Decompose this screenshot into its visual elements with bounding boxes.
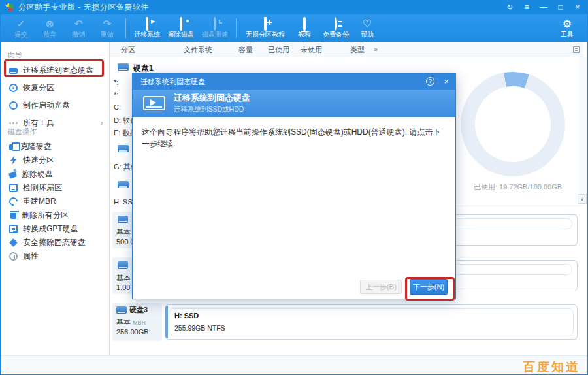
column-grid-icon[interactable] (573, 46, 580, 53)
disk3-partition-segment[interactable] (169, 308, 574, 336)
dialog-titlebar[interactable]: 迁移系统到固态硬盘 ? × (133, 74, 455, 90)
sidebar: 向导 迁移系统到固态硬盘 恢复分区 制作启动光盘 所有工具 › 磁盘操作 克隆硬… (0, 42, 110, 355)
col-used[interactable]: 已使用 (268, 45, 289, 55)
back-button[interactable]: 上一步(B) (360, 280, 402, 294)
disk1-icon (118, 63, 129, 71)
trash-icon (10, 213, 16, 219)
convert-icon (9, 225, 18, 233)
migrate-os-dialog: 迁移系统到固态硬盘 ? × 迁移系统到固态硬盘 迁移系统到SSD或HDD 这个向… (132, 73, 456, 299)
help-button[interactable]: ♡ 帮助 (353, 16, 382, 41)
undo-button[interactable]: ↶ 撤销 (64, 16, 93, 41)
toolbar: ✓ 提交 ⊗ 放弃 ↶ 撤销 ↷ 重做 迁移系统 擦除磁盘 磁盘测速 (0, 14, 588, 42)
refresh-icon[interactable]: ↻ (504, 3, 515, 12)
chevron-right-icon: › (101, 118, 103, 127)
usage-text: 已使用: 19.72GB/100.00GB (457, 182, 578, 192)
more-columns-icon[interactable]: » (374, 45, 378, 53)
more-dots-icon (9, 119, 18, 127)
minimize-button[interactable]: — (538, 3, 549, 12)
disk-icon (9, 68, 18, 74)
dialog-header-subtitle: 迁移系统到SSD或HDD (174, 105, 250, 114)
watermark: 百度知道 (523, 359, 580, 375)
free-backup-button[interactable]: 免费备份 (319, 16, 353, 41)
backup-circle-icon (335, 17, 337, 31)
tools-button[interactable]: ⚙ 工具 (553, 16, 581, 41)
disk-speed-button[interactable]: 磁盘测速 (198, 16, 232, 41)
sidebar-item-properties[interactable]: 属性 (0, 248, 110, 264)
disk2-icon (118, 145, 129, 152)
dialog-body: 这个向导程序将帮助您迁移当前操作系统到SSD(固态硬盘)或HDD(普通硬盘), … (133, 117, 455, 272)
scrollbar-track[interactable] (579, 57, 587, 204)
migrate-disk-icon (143, 96, 165, 110)
erase-disk-button[interactable]: 擦除磁盘 (164, 16, 198, 41)
tree-disk1[interactable]: 硬盘1 (133, 63, 154, 74)
table-header: 分区 文件系统 容量 已使用 未使用 类型 » (110, 42, 583, 57)
disk3-icon (118, 181, 129, 188)
dialog-header-title: 迁移系统到固态硬盘 (174, 92, 250, 104)
clone-icon (9, 144, 15, 150)
scroll-down-button[interactable]: ∨ (578, 194, 587, 204)
diskops-section-label: 磁盘操作 (8, 127, 37, 137)
sidebar-item-recover-partition[interactable]: 恢复分区 (0, 80, 110, 95)
maximize-button[interactable]: □ (555, 3, 566, 12)
redo-button[interactable]: ↷ 重做 (93, 16, 122, 41)
disk3-icon (116, 306, 127, 314)
partition-label: H: SSD (174, 312, 199, 319)
disk1-icon (118, 216, 128, 223)
col-filesystem[interactable]: 文件系统 (184, 45, 212, 55)
erase-disk-icon (180, 17, 182, 31)
usage-donut-chart (461, 72, 565, 176)
status-bar: 百度知道 (0, 355, 588, 375)
help-icon[interactable]: ? (426, 77, 434, 86)
app-window: 分区助手专业版 - 无损分区免费软件 ↻ ≡ — □ × ✓ 提交 ⊗ 放弃 ↶… (0, 0, 588, 375)
tree-part[interactable]: *: (114, 78, 118, 86)
undo-icon: ↶ (74, 18, 82, 30)
rebuild-mbr-icon (7, 195, 19, 207)
circle-x-icon: ⊗ (45, 18, 54, 30)
shield-plus-icon (264, 17, 267, 31)
col-partition[interactable]: 分区 (121, 45, 135, 55)
disk3-info-block[interactable]: 硬盘3 基本 MBR 256.00GB (112, 303, 162, 341)
menu-icon[interactable]: ≡ (521, 3, 532, 12)
tree-part[interactable]: C: (114, 103, 121, 111)
next-button[interactable]: 下一步(N) (410, 279, 448, 295)
tree-part[interactable]: *: (114, 91, 118, 99)
migrate-system-button[interactable]: 迁移系统 (130, 16, 164, 41)
boot-cd-icon (9, 101, 18, 110)
toolbar-divider (125, 18, 126, 38)
toolbar-divider (236, 18, 237, 38)
col-type[interactable]: 类型 (350, 45, 365, 55)
clock-icon (214, 17, 216, 31)
close-button[interactable]: × (572, 3, 583, 12)
col-capacity[interactable]: 容量 (238, 45, 253, 55)
lightning-icon (9, 156, 18, 165)
recover-icon (9, 84, 18, 92)
partition-tutorial-button[interactable]: 无损分区教程 (240, 16, 290, 41)
secure-erase-icon (9, 238, 18, 247)
discard-button[interactable]: ⊗ 放弃 (35, 16, 64, 41)
dialog-description: 这个向导程序将帮助您迁移当前操作系统到SSD(固态硬盘)或HDD(普通硬盘), … (142, 126, 446, 150)
screen-icon (303, 17, 306, 31)
dialog-header: 迁移系统到固态硬盘 迁移系统到SSD或HDD (133, 90, 455, 117)
app-logo-icon (5, 3, 14, 12)
disk3-bar[interactable]: H: SSD 255.99GB NTFS (165, 304, 578, 340)
wizard-section-label: 向导 (8, 50, 22, 60)
dialog-title: 迁移系统到固态硬盘 (140, 78, 205, 86)
heart-icon: ♡ (363, 18, 372, 30)
disk3-used-strip (165, 306, 168, 338)
migrate-disk-icon (146, 17, 148, 31)
scan-icon (9, 184, 18, 192)
check-icon: ✓ (16, 18, 25, 30)
disk2-icon (118, 261, 128, 269)
wrench-icon: ⚙ (563, 18, 572, 30)
redo-icon: ↷ (103, 18, 111, 30)
partition-size: 255.99GB NTFS (174, 324, 225, 332)
commit-button[interactable]: ✓ 提交 (7, 16, 35, 41)
info-icon (9, 252, 18, 261)
close-icon[interactable]: × (444, 76, 449, 87)
col-unused[interactable]: 未使用 (301, 45, 322, 55)
sidebar-item-migrate-os-to-ssd[interactable]: 迁移系统到固态硬盘 (0, 62, 110, 78)
sidebar-item-make-boot-cd[interactable]: 制作启动光盘 (0, 97, 110, 113)
titlebar[interactable]: 分区助手专业版 - 无损分区免费软件 ↻ ≡ — □ × (0, 0, 588, 14)
window-title: 分区助手专业版 - 无损分区免费软件 (18, 2, 149, 13)
tutorial-button[interactable]: 教程 (290, 16, 319, 41)
